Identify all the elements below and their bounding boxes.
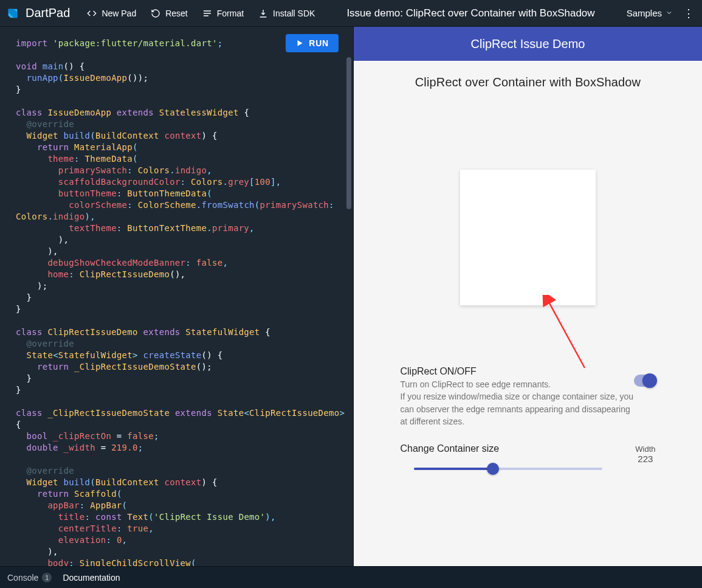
- install-sdk-button[interactable]: Install SDK: [252, 5, 321, 22]
- slider-thumb: [487, 463, 499, 475]
- more-menu-button[interactable]: ⋮: [681, 7, 696, 20]
- width-slider[interactable]: [414, 458, 602, 480]
- cliprect-toggle-label: ClipRect ON/OFF: [401, 366, 634, 377]
- reset-button[interactable]: Reset: [145, 5, 194, 22]
- documentation-tab-label: Documentation: [63, 573, 120, 583]
- svg-line-2: [548, 301, 585, 368]
- width-value: 223: [635, 454, 655, 464]
- demo-container-box: [460, 170, 596, 305]
- documentation-tab[interactable]: Documentation: [63, 573, 120, 583]
- width-label: Width: [635, 444, 655, 454]
- preview-pane: ClipRect Issue Demo ClipRect over Contai…: [354, 27, 702, 566]
- document-title[interactable]: Issue demo: ClipRect over Container with…: [323, 7, 618, 19]
- dart-logo-icon: [6, 7, 19, 20]
- cliprect-toggle-subtitle: Turn on ClipRect to see edge remnants. I…: [401, 378, 634, 427]
- editor-pane: RUN import 'package:flutter/material.dar…: [0, 27, 354, 566]
- console-tab-label: Console: [7, 573, 38, 583]
- controls-panel: ClipRect ON/OFF Turn on ClipRect to see …: [401, 366, 656, 480]
- demo-heading: ClipRect over Container with BoxShadow: [415, 75, 641, 89]
- slider-track-active: [414, 468, 493, 470]
- split-view: RUN import 'package:flutter/material.dar…: [0, 27, 702, 566]
- download-icon: [258, 9, 268, 18]
- topbar: DartPad New Pad Reset Format Install SDK…: [0, 0, 702, 27]
- reset-label: Reset: [165, 9, 188, 18]
- samples-label: Samples: [627, 8, 662, 18]
- bottom-tabs: Console 1 Documentation: [0, 566, 702, 588]
- format-icon: [202, 9, 212, 18]
- samples-dropdown[interactable]: Samples: [621, 4, 679, 22]
- refresh-icon: [151, 9, 160, 18]
- more-vert-icon: ⋮: [683, 7, 694, 20]
- app-body: ClipRect over Container with BoxShadow C…: [354, 61, 702, 566]
- console-badge: 1: [42, 573, 52, 583]
- cliprect-toggle-row: ClipRect ON/OFF Turn on ClipRect to see …: [401, 366, 656, 427]
- slider-label: Change Container size: [401, 443, 636, 454]
- chevron-down-icon: [666, 8, 673, 18]
- annotation-arrow: [542, 295, 591, 374]
- code-editor[interactable]: import 'package:flutter/material.dart'; …: [0, 27, 353, 566]
- appbar-title: ClipRect Issue Demo: [471, 37, 585, 51]
- slider-wrap: Change Container size: [401, 443, 636, 480]
- format-button[interactable]: Format: [196, 5, 250, 22]
- format-label: Format: [217, 9, 244, 18]
- install-sdk-label: Install SDK: [273, 9, 315, 18]
- app-bar: ClipRect Issue Demo: [354, 27, 702, 61]
- new-pad-button[interactable]: New Pad: [81, 5, 142, 22]
- cliprect-toggle-text: ClipRect ON/OFF Turn on ClipRect to see …: [401, 366, 634, 427]
- new-pad-label: New Pad: [102, 9, 136, 18]
- cliprect-switch[interactable]: [634, 375, 656, 387]
- console-tab[interactable]: Console 1: [7, 573, 52, 583]
- brand-label: DartPad: [26, 6, 70, 20]
- code-icon: [87, 9, 97, 18]
- switch-thumb: [642, 373, 657, 388]
- width-display: Width 223: [635, 444, 655, 480]
- slider-row: Change Container size Width 223: [401, 443, 656, 480]
